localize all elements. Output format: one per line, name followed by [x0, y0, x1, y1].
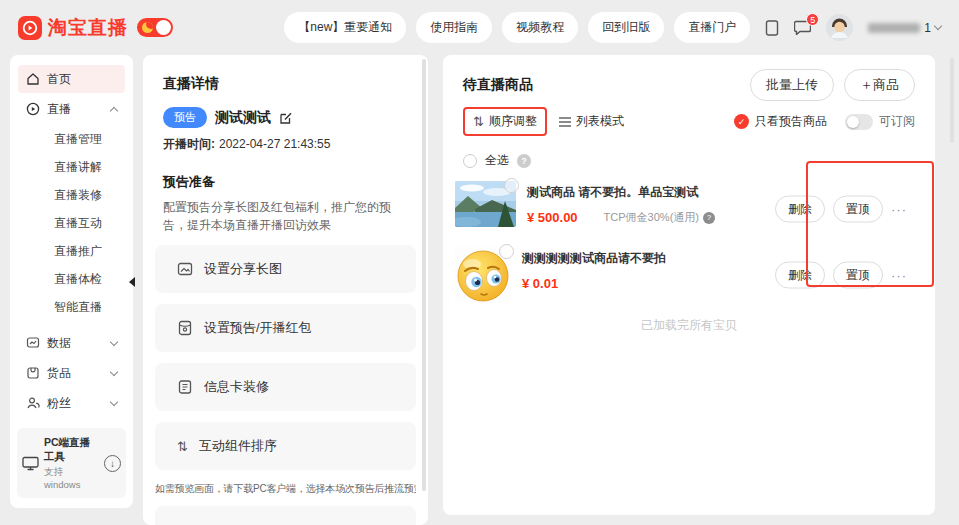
product-commission: TCP佣金30%(通用) ? [604, 210, 715, 225]
sidebar-item-live-promote[interactable]: 直播推广 [10, 237, 133, 265]
start-time-value: 2022-04-27 21:43:55 [219, 137, 330, 151]
logo-text: 淘宝直播 [48, 15, 128, 41]
sidebar-item-data[interactable]: 数据 [18, 329, 125, 357]
preview-note: 如需预览画面，请下载PC客户端，选择本场次预告后推流预览 [155, 482, 416, 496]
batch-upload-button[interactable]: 批量上传 [750, 69, 834, 101]
message-badge: 5 [806, 13, 819, 26]
add-product-button[interactable]: ＋商品 [844, 69, 915, 101]
delete-button[interactable]: 删除 [775, 262, 825, 289]
nav-back-old-version[interactable]: 回到旧版 [588, 12, 664, 43]
more-actions-button[interactable]: ··· [891, 202, 907, 217]
chevron-down-icon [934, 22, 942, 30]
more-actions-button[interactable]: ··· [891, 268, 907, 283]
detail-scrollbar[interactable] [422, 59, 426, 491]
sort-arrows-icon: ⇅ [473, 114, 484, 129]
start-time-row: 开播时间:2022-04-27 21:43:55 [163, 136, 408, 153]
sidebar-item-live-manage[interactable]: 直播管理 [10, 125, 133, 153]
image-icon [177, 261, 193, 277]
sort-order-label: 顺序调整 [489, 113, 537, 130]
download-icon[interactable]: ↓ [104, 455, 121, 472]
nav-important-notice[interactable]: 【new】重要通知 [284, 12, 406, 43]
product-price: ¥ 0.01 [522, 276, 558, 291]
sidebar-pc-tool-card[interactable]: PC端直播工具 支持windows ↓ [17, 428, 126, 498]
monitor-icon [22, 456, 39, 471]
detail-pc-tool-card[interactable]: PC端直播工具 支持windows ↓ [155, 506, 416, 525]
nav-user-guide[interactable]: 使用指南 [416, 12, 492, 43]
username-suffix: 1 [924, 21, 931, 35]
chevron-up-icon [110, 106, 118, 114]
document-icon[interactable] [765, 20, 779, 36]
page-scrollbar[interactable] [950, 58, 954, 143]
top-header: 淘宝直播 【new】重要通知 使用指南 视频教程 回到旧版 直播门户 5 1 [0, 0, 959, 55]
sidebar-item-goods[interactable]: 货品 [18, 359, 125, 387]
only-preview-checkbox[interactable]: ✓ [734, 114, 749, 129]
list-mode-button[interactable]: 列表模式 [559, 113, 624, 130]
pc-tool-title: PC端直播工具 [44, 436, 99, 464]
product-actions: 删除 置顶 ··· [775, 196, 907, 223]
product-thumbnail[interactable] [455, 247, 511, 303]
home-icon [26, 72, 40, 86]
action-set-share-image[interactable]: 设置分享长图 [155, 245, 416, 293]
sidebar-live-submenu: 直播管理 直播讲解 直播装修 直播互动 直播推广 直播体检 智能直播 [10, 125, 133, 321]
sidebar-item-fans[interactable]: 粉丝 [18, 389, 125, 417]
product-select-radio[interactable] [499, 244, 514, 259]
sidebar-item-live-decorate[interactable]: 直播装修 [10, 181, 133, 209]
data-chart-icon [26, 336, 40, 350]
product-select-radio[interactable] [504, 178, 519, 193]
sidebar: 首页 直播 直播管理 直播讲解 直播装修 直播互动 直播推广 直播体检 智能直播… [10, 55, 133, 508]
sidebar-item-live-interact[interactable]: 直播互动 [10, 209, 133, 237]
sidebar-item-live-explain[interactable]: 直播讲解 [10, 153, 133, 181]
username-redacted [868, 23, 920, 33]
action-component-sort[interactable]: ⇅ 互动组件排序 [155, 422, 416, 470]
help-icon[interactable]: ? [517, 154, 531, 168]
sort-order-button-annotated[interactable]: ⇅ 顺序调整 [463, 107, 547, 136]
sidebar-item-live-checkup[interactable]: 直播体检 [10, 265, 133, 293]
action-set-red-packet[interactable]: 设置预告/开播红包 [155, 304, 416, 352]
sidebar-item-label: 粉丝 [47, 395, 71, 412]
product-row: 测试商品 请不要拍。单品宝测试 ¥ 500.00 TCP佣金30%(通用) ? … [455, 181, 915, 237]
sidebar-collapse-handle[interactable] [129, 277, 135, 287]
delete-button[interactable]: 删除 [775, 196, 825, 223]
sidebar-item-label: 直播 [47, 101, 71, 118]
theme-toggle[interactable] [137, 18, 173, 37]
goods-box-icon [26, 366, 40, 380]
toggle-knob [847, 116, 859, 128]
product-row: 测测测测测试商品请不要拍 ¥ 0.01 删除 置顶 ··· [455, 247, 915, 303]
user-menu[interactable]: 1 [868, 21, 941, 35]
pin-top-button[interactable]: 置顶 [833, 262, 883, 289]
taobao-live-logo[interactable]: 淘宝直播 [18, 15, 173, 41]
select-all-radio[interactable] [463, 154, 477, 168]
pending-products-panel: 待直播商品 批量上传 ＋商品 ⇅ 顺序调整 列表模式 ✓ 只看预告商品 可订阅 … [443, 55, 935, 515]
only-preview-label: 只看预告商品 [755, 113, 827, 130]
product-title: 测试商品 请不要拍。单品宝测试 [527, 184, 715, 201]
toggle-knob [156, 20, 171, 35]
sidebar-item-live[interactable]: 直播 [18, 95, 125, 123]
subscribable-toggle[interactable] [845, 114, 873, 130]
preview-prep-title: 预告准备 [163, 173, 408, 191]
pin-top-button[interactable]: 置顶 [833, 196, 883, 223]
message-icon[interactable]: 5 [794, 20, 811, 35]
loaded-all-text: 已加载完所有宝贝 [463, 317, 915, 334]
product-thumbnail[interactable] [455, 181, 516, 237]
action-label: 互动组件排序 [199, 437, 277, 455]
nav-video-tutorial[interactable]: 视频教程 [502, 12, 578, 43]
moon-icon [142, 22, 153, 33]
list-mode-label: 列表模式 [576, 113, 624, 130]
product-price: ¥ 500.00 [527, 210, 578, 225]
sidebar-item-smart-live[interactable]: 智能直播 [10, 293, 133, 321]
sort-arrows-icon: ⇅ [177, 439, 188, 454]
nav-live-portal[interactable]: 直播门户 [674, 12, 750, 43]
live-play-icon [26, 102, 40, 116]
edit-icon[interactable] [279, 111, 293, 125]
action-label: 设置分享长图 [204, 260, 282, 278]
chevron-down-icon [110, 337, 118, 345]
header-nav: 【new】重要通知 使用指南 视频教程 回到旧版 直播门户 [284, 12, 750, 43]
live-detail-panel: 直播详情 预告 测试测试 开播时间:2022-04-27 21:43:55 预告… [143, 55, 428, 525]
info-icon[interactable]: ? [703, 212, 715, 224]
sidebar-item-home[interactable]: 首页 [18, 65, 125, 93]
pc-tool-text: PC端直播工具 支持windows [44, 436, 99, 490]
avatar[interactable] [826, 14, 853, 41]
select-all-label: 全选 [485, 152, 509, 169]
action-info-card-decorate[interactable]: 信息卡装修 [155, 363, 416, 411]
start-time-label: 开播时间: [163, 137, 215, 151]
